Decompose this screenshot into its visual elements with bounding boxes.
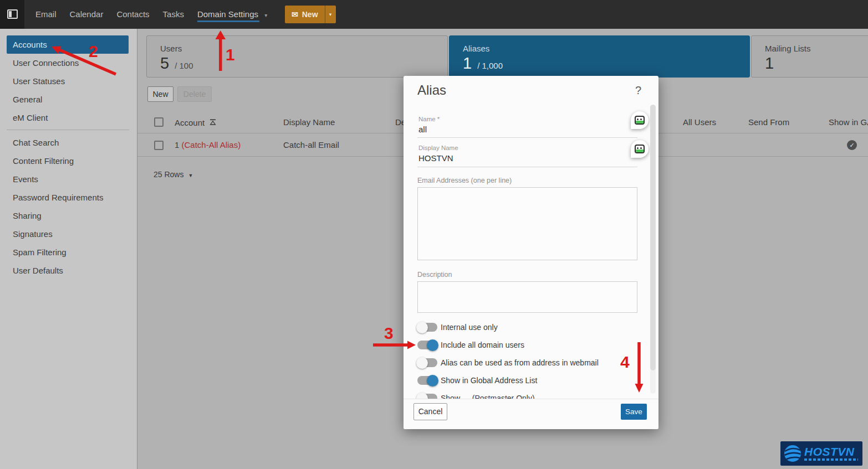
toggle-switch-on[interactable] <box>417 376 437 385</box>
nav-item-tasks[interactable]: Tasks <box>156 0 191 29</box>
modal-title: Alias <box>417 83 446 98</box>
toggle-include-all-domain-users[interactable]: Include all domain users <box>404 336 658 354</box>
nav-item-contacts[interactable]: Contacts <box>110 0 156 29</box>
row-checkbox[interactable] <box>154 141 164 150</box>
display-name-field-label: Display Name <box>418 145 458 151</box>
sidebar-item-user-statuses[interactable]: User Statuses <box>0 72 137 90</box>
chevron-down-icon: ▾ <box>264 12 267 18</box>
help-icon[interactable]: ? <box>635 84 641 97</box>
settings-sidebar: Accounts User Connections User Statuses … <box>0 29 137 469</box>
toggle-switch-off[interactable] <box>417 323 437 332</box>
alias-display-name-cell: Catch-all Email <box>283 133 339 157</box>
contact-face-icon <box>635 145 645 153</box>
column-header-account[interactable]: Account <box>175 111 216 134</box>
users-count: 5 <box>160 54 169 73</box>
sidebar-toggle-button[interactable] <box>0 0 24 29</box>
sidebar-toggle-icon <box>7 9 18 19</box>
card-label: Mailing Lists <box>765 44 811 53</box>
sidebar-item-password-requirements[interactable]: Password Requirements <box>0 188 137 207</box>
topbar: Email Calendar Contacts Tasks Domain Set… <box>0 0 868 29</box>
top-navigation: Email Calendar Contacts Tasks Domain Set… <box>29 0 274 29</box>
card-label: Users <box>160 44 182 53</box>
sidebar-item-content-filtering[interactable]: Content Filtering <box>0 152 137 170</box>
mailing-lists-summary-card[interactable]: Mailing Lists 1 <box>751 35 868 78</box>
sidebar-item-accounts[interactable]: Accounts <box>7 35 129 54</box>
alias-modal: Alias ? Name * all Display Name HOSTVN E… <box>404 76 658 429</box>
toggle-label: Internal use only <box>441 318 498 336</box>
toggle-label: Show … (Postmaster Only) <box>441 389 535 399</box>
name-autocomplete-picker-icon[interactable] <box>631 111 649 129</box>
toggle-switch-off[interactable] <box>417 394 437 399</box>
cancel-button[interactable]: Cancel <box>413 403 447 420</box>
aliases-summary-card[interactable]: Aliases 1 / 1,000 <box>449 35 750 78</box>
envelope-icon: ✉ <box>292 10 298 19</box>
column-header-send-from[interactable]: Send From <box>748 111 789 133</box>
sidebar-item-signatures[interactable]: Signatures <box>0 225 137 243</box>
sidebar-item-chat-search[interactable]: Chat Search <box>0 133 137 152</box>
new-message-dropdown-button[interactable]: ▾ <box>325 6 336 23</box>
toggle-label: Include all domain users <box>441 336 524 354</box>
name-field-label: Name * <box>418 116 440 122</box>
new-alias-button[interactable]: New <box>147 86 173 102</box>
alias-options-toggles: Internal use only Include all domain use… <box>404 318 658 399</box>
chevron-down-icon: ▾ <box>329 12 332 17</box>
modal-footer: Cancel Save <box>404 399 658 429</box>
save-button[interactable]: Save <box>621 404 647 420</box>
toggle-show-in-global-address-list[interactable]: Show in Global Address List <box>404 372 658 389</box>
chevron-down-icon: ▼ <box>188 173 193 178</box>
display-name-input[interactable]: HOSTVN <box>418 153 453 163</box>
app-window: Email Calendar Contacts Tasks Domain Set… <box>0 0 868 469</box>
sidebar-item-sharing[interactable]: Sharing <box>0 207 137 225</box>
toggle-alias-from-address-webmail[interactable]: Alias can be used as from address in web… <box>404 354 658 372</box>
sidebar-item-events[interactable]: Events <box>0 170 137 188</box>
toggle-label: Show in Global Address List <box>441 372 537 389</box>
users-summary-card[interactable]: Users 5 / 100 <box>146 35 448 78</box>
mailing-lists-count: 1 <box>765 54 774 73</box>
name-input[interactable]: all <box>418 125 427 134</box>
toggle-label: Alias can be used as from address in web… <box>441 354 599 372</box>
select-all-checkbox[interactable] <box>154 117 164 127</box>
description-label: Description <box>417 271 452 279</box>
sidebar-item-em-client[interactable]: eM Client <box>0 109 137 127</box>
nav-item-calendar[interactable]: Calendar <box>63 0 110 29</box>
column-header-show-in-gal[interactable]: Show in GAL <box>829 111 868 133</box>
alias-account-cell[interactable]: 1 (Catch-All Alias) <box>175 133 241 157</box>
email-addresses-textarea[interactable] <box>417 187 637 260</box>
sidebar-item-user-connections[interactable]: User Connections <box>0 54 137 72</box>
sidebar-item-general[interactable]: General <box>0 90 137 109</box>
new-message-split-button[interactable]: ✉ New ▾ <box>285 6 336 23</box>
email-addresses-label: Email Addresses (one per line) <box>417 177 512 184</box>
hostvn-watermark-logo: HOSTVN <box>780 441 862 466</box>
toggle-switch-off[interactable] <box>417 358 437 367</box>
field-underline <box>417 167 637 167</box>
nav-item-email[interactable]: Email <box>29 0 63 29</box>
field-underline <box>417 137 637 138</box>
aliases-count: 1 <box>463 54 472 73</box>
logo-tagline <box>804 458 858 461</box>
sort-ascending-icon <box>210 111 216 133</box>
sidebar-divider <box>7 130 129 130</box>
sidebar-item-user-defaults[interactable]: User Defaults <box>0 261 137 280</box>
column-header-display-name[interactable]: Display Name <box>283 111 335 133</box>
delete-alias-button[interactable]: Delete <box>177 86 212 102</box>
globe-icon <box>783 444 802 463</box>
toggle-clipped-option[interactable]: Show … (Postmaster Only) <box>404 389 658 399</box>
toggle-internal-use-only[interactable]: Internal use only <box>404 318 658 336</box>
new-message-button[interactable]: ✉ New <box>285 6 325 23</box>
nav-item-domain-settings[interactable]: Domain Settings ▾ <box>191 0 274 29</box>
card-label: Aliases <box>463 44 489 53</box>
show-in-gal-check-icon: ✓ <box>847 140 857 150</box>
column-header-all-users[interactable]: All Users <box>683 111 716 133</box>
modal-scrollbar-thumb[interactable] <box>650 105 656 370</box>
sidebar-item-spam-filtering[interactable]: Spam Filtering <box>0 243 137 261</box>
users-quota: / 100 <box>175 61 193 70</box>
rows-per-page-dropdown[interactable]: 25 Rows▼ <box>154 170 193 179</box>
toggle-switch-on[interactable] <box>417 341 437 349</box>
display-name-autocomplete-picker-icon[interactable] <box>631 140 649 158</box>
logo-text: HOSTVN <box>804 446 858 457</box>
aliases-quota: / 1,000 <box>477 61 503 70</box>
new-message-label: New <box>302 10 318 19</box>
contact-face-icon <box>635 116 645 125</box>
catch-all-alias-note: (Catch-All Alias) <box>182 140 241 150</box>
description-textarea[interactable] <box>417 281 637 313</box>
